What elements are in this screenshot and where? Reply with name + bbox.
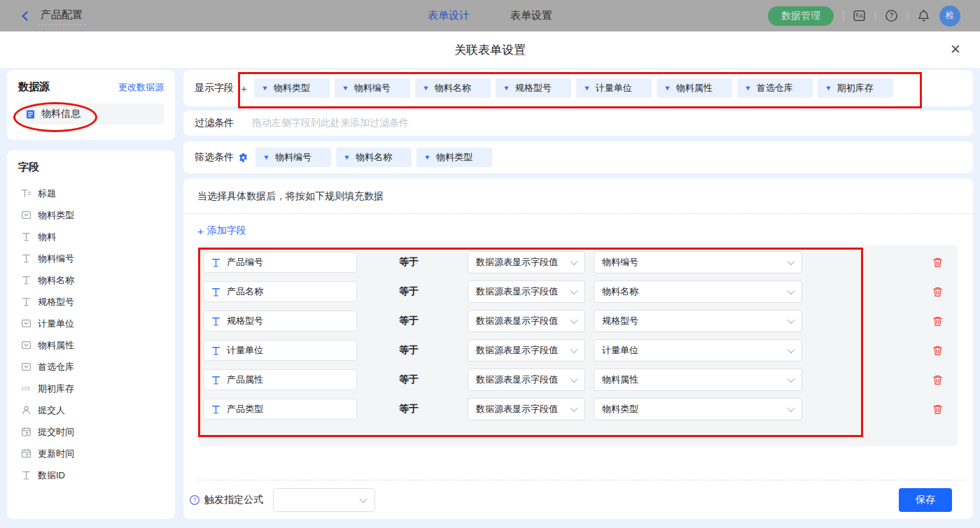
field-item[interactable]: 更新时间 bbox=[18, 443, 164, 464]
tab-form-settings[interactable]: 表单设置 bbox=[510, 9, 552, 22]
tag-label: 期初库存 bbox=[837, 82, 874, 94]
source-type-select[interactable]: 数据源表显示字段值 bbox=[468, 369, 585, 391]
screening-tag[interactable]: 物料类型 bbox=[416, 148, 492, 167]
field-item[interactable]: 提交人 bbox=[18, 399, 164, 421]
target-field-label: 规格型号 bbox=[227, 315, 263, 327]
back-nav[interactable]: 产品配置 bbox=[20, 7, 85, 25]
caret-down-icon bbox=[422, 85, 429, 92]
trigger-formula-label: 触发指定公式 bbox=[204, 494, 263, 506]
field-item[interactable]: 规格型号 bbox=[18, 291, 164, 313]
chevron-down-icon bbox=[787, 287, 794, 294]
tag-label: 物料属性 bbox=[676, 82, 713, 94]
display-field-tag[interactable]: 物料属性 bbox=[657, 78, 732, 98]
close-icon[interactable] bbox=[948, 42, 963, 57]
field-item[interactable]: 物料 bbox=[18, 226, 164, 248]
field-item[interactable]: 物料编号 bbox=[18, 248, 164, 269]
source-field-select[interactable]: 物料类型 bbox=[594, 398, 802, 420]
display-field-tag[interactable]: 物料编号 bbox=[335, 78, 410, 98]
field-item[interactable]: 物料名称 bbox=[18, 269, 164, 291]
add-display-field-icon[interactable] bbox=[241, 83, 247, 94]
chevron-down-icon bbox=[359, 494, 367, 502]
rule-row: 计量单位 等于 数据源表显示字段值 计量单位 bbox=[203, 340, 958, 361]
form-doc-icon bbox=[25, 109, 36, 120]
divider bbox=[875, 10, 876, 21]
target-field-input[interactable]: 产品名称 bbox=[203, 281, 357, 302]
screening-tag[interactable]: 物料名称 bbox=[336, 148, 412, 167]
datasource-item[interactable]: 物料信息 bbox=[18, 104, 164, 124]
display-field-tag[interactable]: 物料类型 bbox=[254, 78, 330, 98]
display-field-tag[interactable]: 计量单位 bbox=[576, 78, 652, 98]
field-item[interactable]: 物料类型 bbox=[18, 204, 164, 226]
source-type-value: 数据源表显示字段值 bbox=[476, 344, 558, 357]
source-type-select[interactable]: 数据源表显示字段值 bbox=[468, 339, 585, 362]
tag-label: 物料类型 bbox=[274, 82, 310, 94]
field-item[interactable]: 标题 bbox=[18, 183, 164, 204]
target-field-input[interactable]: 规格型号 bbox=[203, 311, 357, 331]
field-item[interactable]: 计量单位 bbox=[18, 313, 164, 334]
modal-title: 关联表单设置 bbox=[454, 42, 526, 58]
source-field-select[interactable]: 规格型号 bbox=[594, 310, 802, 332]
help-icon[interactable]: ? bbox=[885, 9, 898, 22]
field-item[interactable]: 首选仓库 bbox=[18, 356, 164, 378]
source-field-select[interactable]: 物料名称 bbox=[594, 280, 802, 303]
source-type-select[interactable]: 数据源表显示字段值 bbox=[468, 251, 585, 273]
tab-form-design[interactable]: 表单设计 bbox=[428, 9, 470, 22]
source-field-select[interactable]: 计量单位 bbox=[594, 339, 802, 362]
source-field-select[interactable]: 物料属性 bbox=[594, 369, 802, 391]
field-list: 标题 物料类型 物料 物料编号 物料名称 规格型号 计量单位 物 bbox=[18, 183, 164, 486]
delete-rule-icon[interactable] bbox=[932, 345, 944, 357]
delete-rule-icon[interactable] bbox=[932, 315, 944, 327]
display-field-tag[interactable]: 物料名称 bbox=[415, 78, 491, 98]
field-type-icon bbox=[21, 253, 31, 264]
data-manage-button[interactable]: 数据管理 bbox=[768, 6, 834, 26]
question-circle-icon[interactable]: ? bbox=[189, 494, 200, 506]
field-item-label: 物料名称 bbox=[38, 274, 74, 287]
field-type-icon bbox=[21, 297, 31, 307]
notification-bell-icon[interactable] bbox=[917, 9, 930, 22]
change-datasource-link[interactable]: 更改数据源 bbox=[118, 81, 164, 94]
chevron-left-icon bbox=[20, 10, 31, 22]
source-type-select[interactable]: 数据源表显示字段值 bbox=[468, 280, 585, 303]
field-item[interactable]: 提交时间 bbox=[18, 421, 164, 443]
caret-down-icon bbox=[664, 85, 671, 92]
delete-rule-icon[interactable] bbox=[932, 257, 944, 269]
avatar[interactable]: 检 bbox=[939, 6, 960, 27]
tag-label: 计量单位 bbox=[596, 82, 632, 94]
add-field-button[interactable]: 添加字段 bbox=[197, 224, 246, 237]
delete-rule-icon[interactable] bbox=[932, 404, 944, 415]
target-field-input[interactable]: 产品编号 bbox=[203, 252, 357, 273]
display-field-tag[interactable]: 期初库存 bbox=[818, 78, 893, 98]
target-field-input[interactable]: 产品类型 bbox=[203, 399, 357, 420]
delete-rule-icon[interactable] bbox=[932, 286, 944, 298]
screening-tag[interactable]: 物料编号 bbox=[255, 148, 331, 167]
operator-label: 等于 bbox=[399, 344, 468, 357]
field-item-label: 标题 bbox=[38, 187, 56, 200]
language-icon[interactable]: A bbox=[853, 9, 866, 22]
field-item[interactable]: 123 期初库存 bbox=[18, 378, 164, 399]
datasource-title: 数据源 bbox=[18, 80, 50, 94]
formula-select[interactable] bbox=[273, 488, 375, 512]
form-name[interactable]: 产品配置 bbox=[38, 7, 85, 25]
fields-card: 字段 标题 物料类型 物料 物料编号 物料名称 规格型号 bbox=[7, 150, 175, 519]
display-field-tag[interactable]: 规格型号 bbox=[496, 78, 571, 98]
delete-rule-icon[interactable] bbox=[932, 374, 944, 386]
source-type-select[interactable]: 数据源表显示字段值 bbox=[468, 310, 585, 332]
divider bbox=[843, 10, 844, 21]
target-field-input[interactable]: 产品属性 bbox=[203, 369, 357, 390]
display-field-tag[interactable]: 首选仓库 bbox=[737, 78, 813, 98]
target-field-input[interactable]: 计量单位 bbox=[203, 340, 357, 361]
modal-header: 关联表单设置 bbox=[0, 31, 980, 68]
divider bbox=[183, 213, 973, 214]
svg-text:?: ? bbox=[890, 12, 894, 20]
source-field-select[interactable]: 物料编号 bbox=[594, 251, 802, 273]
field-item-label: 首选仓库 bbox=[38, 361, 74, 373]
filter-dropzone[interactable]: 拖动左侧字段到此处来添加过滤条件 bbox=[252, 117, 409, 129]
gear-icon[interactable] bbox=[238, 152, 248, 163]
source-field-value: 物料编号 bbox=[602, 256, 638, 269]
save-button[interactable]: 保存 bbox=[899, 488, 952, 512]
topbar: 产品配置 表单设计 表单设置 数据管理 A ? 检 bbox=[0, 0, 980, 31]
field-item[interactable]: 数据ID bbox=[18, 464, 164, 486]
source-type-select[interactable]: 数据源表显示字段值 bbox=[468, 398, 585, 420]
field-item[interactable]: 物料属性 bbox=[18, 334, 164, 356]
field-item-label: 期初库存 bbox=[38, 383, 74, 395]
